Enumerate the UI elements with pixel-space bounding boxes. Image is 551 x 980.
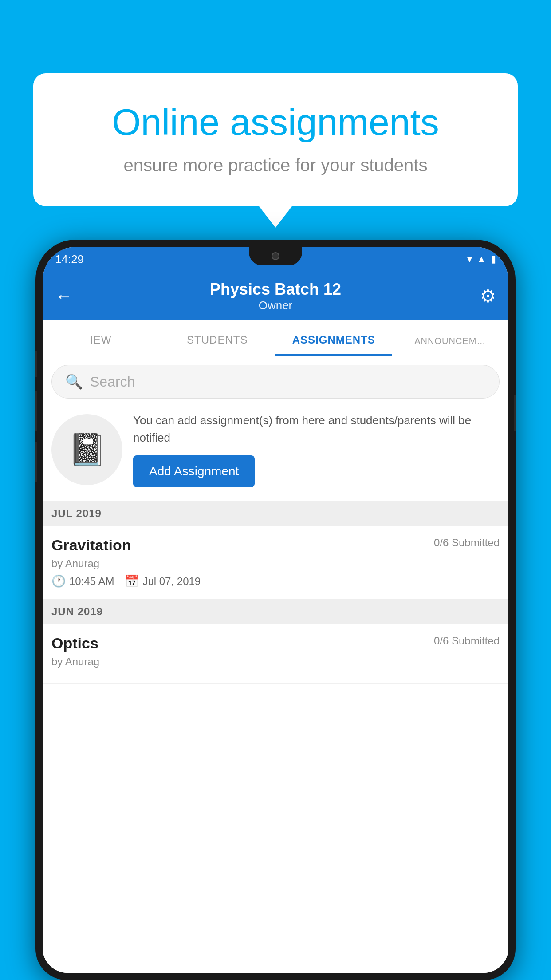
assignment-date-gravitation: Jul 07, 2019 xyxy=(142,575,201,588)
search-icon: 🔍 xyxy=(65,373,83,390)
assignment-name-gravitation: Gravitation xyxy=(51,537,131,554)
assignment-by-gravitation: by Anurag xyxy=(51,557,500,570)
app-header: ← Physics Batch 12 Owner ⚙ xyxy=(43,272,508,320)
section-jun-label: JUN 2019 xyxy=(51,605,103,617)
back-button[interactable]: ← xyxy=(55,286,73,306)
add-assignment-button[interactable]: Add Assignment xyxy=(133,455,255,487)
tab-announcements[interactable]: ANNOUNCEM… xyxy=(392,336,509,356)
phone-frame: 14:29 ▾ ▲ ▮ ← Physics Batch 12 Owner ⚙ I… xyxy=(35,240,516,980)
wifi-icon: ▾ xyxy=(467,253,472,265)
battery-icon: ▮ xyxy=(491,253,496,265)
assignment-meta-gravitation: 🕐 10:45 AM 📅 Jul 07, 2019 xyxy=(51,574,500,588)
power-button xyxy=(514,395,516,431)
settings-button[interactable]: ⚙ xyxy=(480,286,496,306)
signal-icon: ▲ xyxy=(476,253,486,265)
phone-screen: 14:29 ▾ ▲ ▮ ← Physics Batch 12 Owner ⚙ I… xyxy=(43,247,508,973)
assignment-top-row: Gravitation 0/6 Submitted xyxy=(51,537,500,554)
header-subtitle: Owner xyxy=(210,299,341,312)
section-jun-2019: JUN 2019 xyxy=(43,599,508,624)
search-bar[interactable]: 🔍 Search xyxy=(51,365,500,399)
status-icons: ▾ ▲ ▮ xyxy=(467,253,496,265)
content-area: 🔍 Search 📓 You can add assignment(s) fro… xyxy=(43,356,508,973)
tab-assignments[interactable]: ASSIGNMENTS xyxy=(276,334,392,356)
tab-iew[interactable]: IEW xyxy=(43,334,159,356)
header-title: Physics Batch 12 xyxy=(210,280,341,299)
promo-title: Online assignments xyxy=(64,100,487,145)
assignment-submitted-optics: 0/6 Submitted xyxy=(434,635,500,647)
header-title-block: Physics Batch 12 Owner xyxy=(210,280,341,312)
promo-card: Online assignments ensure more practice … xyxy=(33,73,518,206)
meta-date: 📅 Jul 07, 2019 xyxy=(125,574,201,588)
notebook-icon: 📓 xyxy=(68,431,106,468)
status-time: 14:29 xyxy=(55,253,84,266)
front-camera xyxy=(272,252,279,260)
tabs-bar: IEW STUDENTS ASSIGNMENTS ANNOUNCEM… xyxy=(43,320,508,356)
calendar-icon: 📅 xyxy=(125,574,139,588)
meta-time: 🕐 10:45 AM xyxy=(51,574,114,588)
promo-text-block: You can add assignment(s) from here and … xyxy=(133,412,500,487)
add-assignment-promo: 📓 You can add assignment(s) from here an… xyxy=(43,399,508,501)
assignment-gravitation[interactable]: Gravitation 0/6 Submitted by Anurag 🕐 10… xyxy=(43,526,508,599)
phone-notch xyxy=(249,247,302,265)
tab-students[interactable]: STUDENTS xyxy=(159,334,276,356)
promo-subtitle: ensure more practice for your students xyxy=(64,155,487,175)
clock-icon: 🕐 xyxy=(51,574,66,588)
assignment-time-gravitation: 10:45 AM xyxy=(69,575,114,588)
assignment-top-row-optics: Optics 0/6 Submitted xyxy=(51,635,500,652)
volume-mute-button xyxy=(35,351,37,377)
volume-up-button xyxy=(35,391,37,431)
section-jul-label: JUL 2019 xyxy=(51,507,102,519)
assignment-icon-circle: 📓 xyxy=(51,414,122,485)
assignment-submitted-gravitation: 0/6 Submitted xyxy=(434,537,500,549)
volume-down-button xyxy=(35,442,37,482)
assignment-by-optics: by Anurag xyxy=(51,656,500,668)
assignment-name-optics: Optics xyxy=(51,635,98,652)
promo-description: You can add assignment(s) from here and … xyxy=(133,412,500,447)
assignment-optics[interactable]: Optics 0/6 Submitted by Anurag xyxy=(43,624,508,684)
section-jul-2019: JUL 2019 xyxy=(43,501,508,526)
search-placeholder: Search xyxy=(90,374,135,390)
